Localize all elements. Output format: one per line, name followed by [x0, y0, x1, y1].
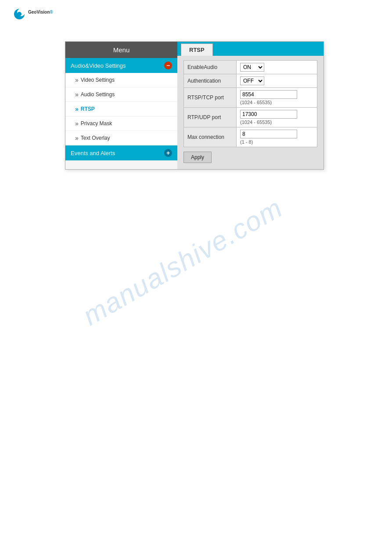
watermark: manualshive.com — [78, 192, 288, 332]
form-row-rtp-udp-port: RTP/UDP port (1024 - 65535) — [184, 108, 317, 127]
sidebar-header: Menu — [65, 42, 177, 58]
input-group-max-connection: (1 - 8) — [240, 130, 313, 145]
tab-header: RTSP — [177, 42, 324, 56]
input-max-connection[interactable] — [240, 130, 297, 138]
input-group-rtp-udp-port: (1024 - 65535) — [240, 110, 313, 125]
sidebar-item-audio-settings[interactable]: » Audio Settings — [65, 87, 177, 102]
cell-max-connection: (1 - 8) — [237, 127, 317, 147]
cell-authentication: OFF ON — [237, 74, 317, 88]
main-content: RTSP EnableAudio ON OFF — [177, 42, 324, 169]
bullet-icon: » — [75, 76, 79, 83]
label-authentication: Authentication — [184, 74, 237, 88]
cell-rtp-udp-port: (1024 - 65535) — [237, 108, 317, 127]
label-rtp-udp-port: RTP/UDP port — [184, 108, 237, 127]
sidebar-items-audio-video: » Video Settings » Audio Settings » RTSP… — [65, 73, 177, 145]
sidebar-section-events-alerts[interactable]: Events and Alerts + — [65, 145, 177, 160]
logo: GeoVision® — [13, 8, 53, 20]
label-enable-audio: EnableAudio — [184, 61, 237, 74]
sidebar-item-privacy-mask[interactable]: » Privacy Mask — [65, 116, 177, 131]
select-authentication[interactable]: OFF ON — [240, 76, 264, 85]
logo-icon — [13, 8, 25, 20]
form-area: EnableAudio ON OFF Authentication — [177, 56, 324, 169]
bullet-icon: » — [75, 120, 79, 127]
sidebar-item-video-settings[interactable]: » Video Settings — [65, 73, 177, 87]
sidebar-item-rtsp[interactable]: » RTSP — [65, 102, 177, 116]
sidebar: Menu Audio&Video Settings − » Video Sett… — [65, 42, 177, 169]
form-row-enable-audio: EnableAudio ON OFF — [184, 61, 317, 74]
bullet-icon: » — [75, 134, 79, 141]
input-rtp-udp-port[interactable] — [240, 110, 297, 119]
bullet-icon: » — [75, 91, 79, 98]
sidebar-section-audio-video[interactable]: Audio&Video Settings − — [65, 58, 177, 73]
sidebar-section-events-alerts-icon: + — [164, 149, 172, 157]
form-row-authentication: Authentication OFF ON — [184, 74, 317, 88]
select-enable-audio[interactable]: ON OFF — [240, 63, 264, 72]
ui-container: Menu Audio&Video Settings − » Video Sett… — [65, 41, 324, 170]
apply-button[interactable]: Apply — [183, 152, 212, 163]
sidebar-section-events-alerts-label: Events and Alerts — [71, 150, 115, 156]
form-row-max-connection: Max connection (1 - 8) — [184, 127, 317, 147]
bullet-icon: » — [75, 105, 79, 112]
form-table: EnableAudio ON OFF Authentication — [183, 60, 317, 147]
hint-rtsp-tcp-port: (1024 - 65535) — [240, 100, 313, 105]
label-rtsp-tcp-port: RTSP/TCP port — [184, 88, 237, 108]
sidebar-section-audio-video-label: Audio&Video Settings — [71, 62, 126, 69]
cell-enable-audio: ON OFF — [237, 61, 317, 74]
sidebar-item-text-overlay[interactable]: » Text Overlay — [65, 131, 177, 145]
hint-rtp-udp-port: (1024 - 65535) — [240, 120, 313, 125]
logo-text: GeoVision® — [28, 8, 53, 20]
cell-rtsp-tcp-port: (1024 - 65535) — [237, 88, 317, 108]
sidebar-section-audio-video-icon: − — [164, 62, 172, 69]
input-group-rtsp-tcp-port: (1024 - 65535) — [240, 90, 313, 105]
tab-rtsp[interactable]: RTSP — [181, 44, 213, 56]
form-row-rtsp-tcp-port: RTSP/TCP port (1024 - 65535) — [184, 88, 317, 108]
svg-point-2 — [17, 12, 22, 16]
hint-max-connection: (1 - 8) — [240, 139, 313, 145]
label-max-connection: Max connection — [184, 127, 237, 147]
header: GeoVision® — [0, 0, 392, 28]
input-rtsp-tcp-port[interactable] — [240, 90, 297, 99]
